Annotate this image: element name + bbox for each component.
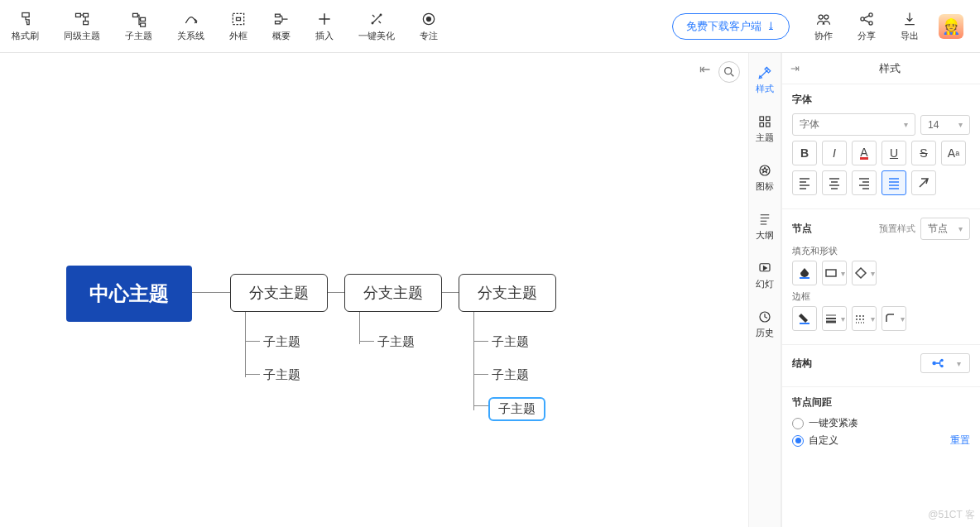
font-color-button[interactable]: A [852,141,877,165]
side-tab-icon[interactable]: 图标 [756,162,774,193]
tb-focus[interactable]: 专注 [415,7,443,46]
side-tab-label: 图标 [756,180,774,193]
tb-collab[interactable]: 协作 [809,7,838,46]
user-avatar[interactable]: 👷 [939,14,963,39]
tb-export[interactable]: 导出 [896,7,924,46]
side-tab-slides[interactable]: 幻灯 [756,260,774,290]
outline-icon [757,211,773,228]
sub-topic-icon [130,10,148,28]
svg-rect-0 [22,13,28,17]
underline-button[interactable]: U [882,141,906,165]
branch-node-2[interactable]: 分支主题 [344,274,442,312]
node-type-select[interactable]: 节点 [920,218,970,240]
node-section: 节点 预置样式 节点 填充和形状 边框 [782,209,980,345]
fill-color-button[interactable] [792,261,817,285]
mindmap-canvas[interactable]: ⇤ 中心主题 分支主题 分支主题 分支主题 子主题 子主题 子主题 子主题 子主… [0,53,748,527]
align-left-button[interactable] [792,170,817,195]
branch-node-3[interactable]: 分支主题 [459,274,556,312]
focus-icon [420,10,438,28]
border-color-button[interactable] [792,306,817,331]
structure-label: 结构 [792,357,812,371]
svg-rect-30 [800,323,809,324]
border-corner-button[interactable] [882,306,906,331]
tb-format-painter[interactable]: 格式刷 [7,7,44,46]
sub-node-selected[interactable]: 子主题 [488,397,545,421]
tb-relation[interactable]: 关系线 [172,7,209,46]
tb-label: 一键美化 [358,30,395,42]
download-client-button[interactable]: 免费下载客户端 ⤓ [672,13,790,40]
svg-rect-29 [826,270,836,276]
history-icon [757,309,773,325]
svg-point-17 [861,17,864,21]
icon-tab-icon [757,162,773,179]
panel-title: 样式 [808,61,972,76]
theme-icon [757,113,773,130]
sub-node[interactable]: 子主题 [492,367,529,383]
spacing-compact-option[interactable]: 一键变紧凑 [792,416,970,430]
strikethrough-button[interactable]: S [911,141,936,165]
side-tab-theme[interactable]: 主题 [756,113,774,144]
clear-format-button[interactable] [911,170,936,195]
align-justify-button[interactable] [882,170,906,195]
side-tab-style[interactable]: 样式 [756,65,774,95]
sub-node[interactable]: 子主题 [263,334,300,350]
svg-point-31 [932,362,936,366]
tb-frame[interactable]: 外框 [224,7,252,46]
main-area: ⇤ 中心主题 分支主题 分支主题 分支主题 子主题 子主题 子主题 子主题 子主… [0,53,980,527]
side-tab-outline[interactable]: 大纲 [756,211,774,242]
tb-beautify[interactable]: 一键美化 [353,7,400,46]
align-center-button[interactable] [822,170,847,195]
structure-select[interactable] [920,353,970,373]
fill-shape-label: 填充和形状 [792,245,970,257]
tb-sibling-topic[interactable]: 同级主题 [59,7,105,46]
tb-insert[interactable]: 插入 [310,7,339,46]
bold-button[interactable]: B [792,141,817,165]
svg-rect-9 [276,14,281,17]
border-style-button[interactable] [852,306,877,331]
side-tab-label: 幻灯 [756,278,774,290]
text-size-button[interactable]: Aa [941,141,966,165]
toolbar-right: 协作 分享 导出 👷 [809,7,963,46]
sub-node[interactable]: 子主题 [377,334,415,350]
tb-sub-topic[interactable]: 子主题 [120,7,157,46]
font-size-select[interactable]: 14 [920,115,970,135]
svg-rect-5 [140,17,145,21]
svg-rect-6 [140,23,145,26]
spacing-custom-option[interactable]: 自定义 重置 [792,434,970,448]
tb-label: 关系线 [177,30,204,42]
sibling-topic-icon [73,10,91,28]
italic-button[interactable]: I [822,141,847,165]
svg-point-19 [869,22,872,25]
expand-left-icon[interactable]: ⇤ [699,61,710,83]
central-topic-node[interactable]: 中心主题 [66,266,192,322]
font-section: 字体 字体 14 B I A U S Aa [782,84,980,209]
shape-rect-button[interactable] [822,261,847,285]
branch-node-1[interactable]: 分支主题 [230,274,328,312]
font-family-select[interactable]: 字体 [792,113,915,136]
svg-rect-8 [237,17,241,20]
collab-icon [814,10,833,28]
watermark: @51CT 客 [928,508,975,522]
sub-node[interactable]: 子主题 [263,367,300,383]
frame-icon [229,10,247,28]
svg-point-11 [380,14,382,16]
structure-section: 结构 [782,345,980,387]
slides-icon [757,260,773,276]
svg-rect-21 [760,117,764,121]
tb-share[interactable]: 分享 [853,7,881,46]
align-right-button[interactable] [852,170,877,195]
tb-label: 子主题 [125,30,152,42]
tb-summary[interactable]: 概要 [267,7,295,46]
spacing-reset-link[interactable]: 重置 [950,434,970,448]
tb-label: 导出 [901,30,919,42]
side-tab-history[interactable]: 历史 [756,309,774,339]
sub-node[interactable]: 子主题 [492,334,529,350]
svg-rect-28 [800,277,809,279]
svg-point-12 [372,22,373,24]
border-width-button[interactable] [822,306,847,331]
collapse-panel-icon[interactable]: ⇥ [790,62,800,74]
tb-label: 同级主题 [64,30,100,42]
style-panel: ⇥ 样式 字体 字体 14 B I A U S Aa [781,53,980,527]
shape-diamond-button[interactable] [852,261,877,285]
search-button[interactable] [718,61,740,83]
